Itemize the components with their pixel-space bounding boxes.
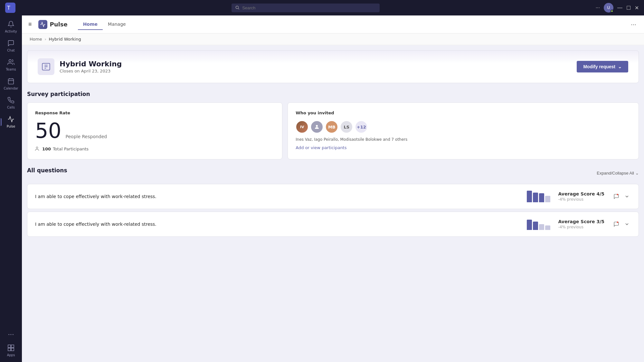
comment-button[interactable] (612, 192, 620, 201)
bar-2 (533, 193, 538, 202)
expand-question-button[interactable] (623, 193, 631, 200)
svg-rect-9 (8, 345, 11, 348)
response-rate-label: Response Rate (35, 110, 274, 115)
sidebar-item-label: Apps (7, 353, 15, 357)
breadcrumb-home[interactable]: Home (30, 37, 42, 42)
sidebar-item-teams[interactable]: Teams (2, 56, 20, 74)
svg-text:T: T (7, 5, 10, 11)
add-view-participants-link[interactable]: Add or view participants (296, 145, 346, 150)
close-button[interactable]: ✕ (635, 5, 639, 11)
avatar-1: IV (296, 120, 308, 133)
score-label: Average Score 4/5 (558, 191, 604, 196)
svg-rect-0 (5, 3, 15, 13)
app-logo-area: Pulse (38, 20, 68, 29)
survey-subtitle: Closes on April 23, 2023 (60, 69, 122, 73)
app-name: Pulse (50, 21, 68, 28)
sidebar-item-label: Chat (7, 49, 14, 52)
participation-row: Response Rate 50 People Responded 100 To… (27, 102, 639, 159)
sidebar-item-label: Calls (7, 106, 15, 109)
sidebar-item-pulse[interactable]: Pulse (2, 113, 20, 131)
survey-card-left: Hybrid Working Closes on April 23, 2023 (38, 58, 122, 75)
user-avatar[interactable]: U (604, 3, 613, 13)
expand-question-button[interactable] (623, 220, 631, 228)
score-area-1: Average Score 4/5 -4% previous (558, 191, 604, 202)
breadcrumb-separator: › (44, 37, 46, 42)
question-actions-2 (612, 220, 631, 228)
calls-icon (7, 97, 14, 105)
response-rate-card: Response Rate 50 People Responded 100 To… (27, 102, 282, 159)
calendar-icon (7, 78, 14, 86)
apps-icon (7, 344, 14, 352)
teams-icon (7, 59, 14, 67)
svg-rect-10 (11, 345, 14, 348)
header-more-button[interactable]: ··· (628, 19, 639, 29)
hamburger-button[interactable]: ≡ (27, 20, 33, 29)
maximize-button[interactable]: ☐ (626, 5, 631, 11)
sidebar-item-activity[interactable]: Activity (2, 18, 20, 36)
app-nav: Home Manage (78, 19, 131, 30)
questions-title: All questions (27, 167, 67, 174)
score-change: -4% previous (558, 197, 604, 202)
bar-4 (545, 225, 550, 230)
questions-header: All questions Expand/Collapse All ⌄ (27, 167, 639, 179)
app-header: ≡ Pulse Home Manage ··· (22, 15, 644, 33)
expand-label: Expand/Collapse All (597, 171, 634, 176)
titlebar: T ··· U — ☐ ✕ (0, 0, 644, 15)
nav-manage[interactable]: Manage (103, 19, 131, 30)
sidebar-item-label: Calendar (4, 87, 18, 90)
bar-1 (527, 220, 532, 230)
total-label: Total Participants (53, 147, 89, 151)
survey-info: Hybrid Working Closes on April 23, 2023 (60, 60, 122, 73)
invited-card: Who you invited IV (288, 102, 639, 159)
pulse-icon (7, 116, 14, 124)
question-row: I am able to cope effectively with work-… (27, 184, 639, 209)
modify-request-button[interactable]: Modify request ⌄ (577, 61, 628, 72)
sidebar-item-label: Activity (5, 30, 17, 33)
participant-names: Ines Vaz, Iago Peirallo, Modisaotsile Bo… (296, 137, 631, 142)
bar-1 (527, 191, 532, 202)
response-count-row: 50 People Responded (35, 120, 274, 141)
chat-icon (7, 40, 14, 48)
svg-rect-11 (8, 348, 11, 351)
sidebar-item-calendar[interactable]: Calendar (2, 75, 20, 93)
svg-point-19 (617, 194, 619, 195)
search-icon (235, 5, 240, 10)
sidebar-item-more[interactable]: ··· (2, 329, 20, 340)
chevron-down-icon: ⌄ (635, 171, 639, 176)
response-count-label: People Responded (66, 134, 107, 139)
sidebar-item-chat[interactable]: Chat (2, 37, 20, 55)
bar-2 (533, 222, 538, 230)
sidebar-item-apps[interactable]: Apps (2, 342, 20, 359)
svg-rect-5 (8, 79, 14, 84)
svg-point-4 (9, 60, 11, 62)
expand-collapse-button[interactable]: Expand/Collapse All ⌄ (597, 171, 639, 176)
sidebar-item-calls[interactable]: Calls (2, 94, 20, 112)
comment-button[interactable] (612, 220, 620, 228)
invited-label: Who you invited (296, 110, 631, 115)
avatar-2 (310, 120, 323, 133)
question-text: I am able to cope effectively with work-… (35, 222, 519, 227)
all-questions-section: All questions Expand/Collapse All ⌄ I am… (27, 167, 639, 237)
survey-title: Hybrid Working (60, 60, 122, 68)
main-scroll-area: Hybrid Working Closes on April 23, 2023 … (22, 45, 644, 362)
chevron-down-icon: ⌄ (618, 64, 622, 69)
search-bar[interactable] (232, 4, 380, 12)
total-count: 100 (42, 147, 51, 151)
nav-home[interactable]: Home (78, 19, 103, 30)
search-input[interactable] (242, 5, 376, 10)
more-options-button[interactable]: ··· (596, 5, 600, 11)
app-body: Activity Chat Teams (0, 15, 644, 362)
breadcrumb: Home › Hybrid Working (22, 33, 644, 45)
score-label: Average Score 3/5 (558, 219, 604, 224)
app-logo-icon: T (5, 3, 15, 13)
svg-point-18 (316, 125, 318, 127)
sidebar-item-label: Pulse (7, 125, 15, 128)
bar-3 (539, 193, 544, 202)
survey-header-card: Hybrid Working Closes on April 23, 2023 … (27, 50, 639, 83)
svg-point-17 (36, 147, 38, 148)
question-chart-1 (527, 191, 550, 202)
bar-3 (539, 224, 544, 230)
bar-4 (545, 196, 550, 202)
participation-title: Survey participation (27, 91, 639, 97)
minimize-button[interactable]: — (617, 5, 622, 11)
